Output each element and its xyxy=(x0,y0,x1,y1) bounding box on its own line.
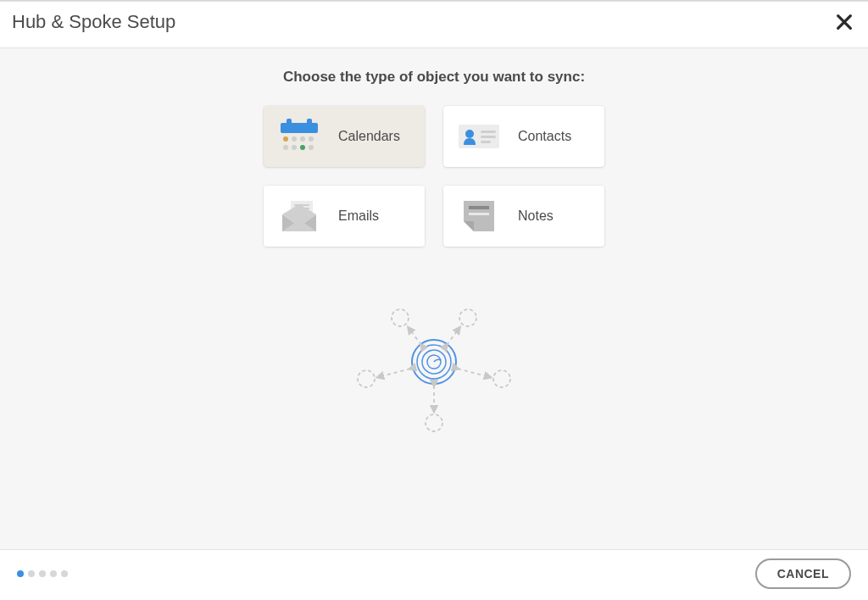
step-dot-3 xyxy=(39,570,46,577)
svg-point-7 xyxy=(283,145,288,150)
svg-rect-14 xyxy=(481,136,496,138)
close-button[interactable] xyxy=(832,10,856,34)
svg-point-4 xyxy=(292,136,297,142)
svg-rect-1 xyxy=(287,119,292,125)
step-dots xyxy=(17,570,68,577)
close-icon xyxy=(835,13,854,31)
contacts-icon xyxy=(455,118,503,155)
svg-point-3 xyxy=(283,136,288,142)
step-dot-4 xyxy=(50,570,57,577)
option-calendars[interactable]: Calendars xyxy=(264,106,425,167)
svg-point-8 xyxy=(292,145,297,150)
svg-point-6 xyxy=(309,136,314,142)
svg-line-33 xyxy=(458,369,490,377)
svg-point-25 xyxy=(392,309,409,326)
dialog-header: Hub & Spoke Setup xyxy=(0,2,868,48)
option-notes[interactable]: Notes xyxy=(443,186,604,247)
svg-point-10 xyxy=(309,145,314,150)
hub-spoke-illustration xyxy=(0,294,868,438)
svg-line-32 xyxy=(378,369,410,377)
svg-point-26 xyxy=(459,309,476,326)
svg-rect-20 xyxy=(469,213,489,215)
svg-rect-19 xyxy=(469,206,489,209)
emails-icon xyxy=(275,197,323,235)
option-contacts[interactable]: Contacts xyxy=(443,106,604,167)
option-label: Calendars xyxy=(338,129,400,144)
svg-line-31 xyxy=(447,328,459,345)
svg-rect-2 xyxy=(307,119,312,125)
option-label: Contacts xyxy=(518,129,571,144)
option-emails[interactable]: Emails xyxy=(264,186,425,247)
svg-point-28 xyxy=(493,370,510,387)
option-label: Emails xyxy=(338,208,379,224)
dialog-footer: CANCEL xyxy=(0,550,868,597)
svg-line-30 xyxy=(409,328,421,345)
dialog-body: Choose the type of object you want to sy… xyxy=(0,48,868,550)
step-dot-5 xyxy=(61,570,68,577)
calendar-icon xyxy=(275,118,323,155)
notes-icon xyxy=(455,197,503,235)
step-dot-1 xyxy=(17,570,24,577)
prompt-text: Choose the type of object you want to sy… xyxy=(0,48,868,106)
svg-rect-13 xyxy=(481,131,496,133)
svg-point-27 xyxy=(358,370,375,387)
svg-point-29 xyxy=(426,414,442,431)
step-dot-2 xyxy=(28,570,35,577)
option-label: Notes xyxy=(518,208,554,224)
cancel-button[interactable]: CANCEL xyxy=(755,558,851,589)
svg-point-9 xyxy=(300,145,305,150)
object-type-grid: Calendars Contacts xyxy=(264,106,604,247)
dialog-title: Hub & Spoke Setup xyxy=(12,11,175,33)
svg-rect-17 xyxy=(294,204,309,206)
svg-point-12 xyxy=(465,130,474,138)
svg-rect-0 xyxy=(281,123,318,133)
svg-rect-15 xyxy=(481,141,491,143)
svg-point-5 xyxy=(300,136,305,142)
